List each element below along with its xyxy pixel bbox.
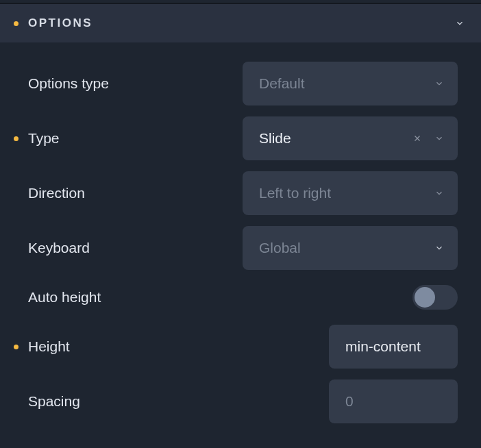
select-type[interactable]: Slide bbox=[243, 116, 458, 160]
label-keyboard: Keyboard bbox=[28, 240, 90, 256]
input-placeholder-spacing: 0 bbox=[345, 393, 354, 410]
row-keyboard: Keyboard Global bbox=[14, 221, 458, 275]
row-options-type: Options type Default bbox=[14, 56, 458, 111]
section-title: OPTIONS bbox=[28, 16, 92, 30]
select-keyboard[interactable]: Global bbox=[243, 226, 458, 270]
select-value-direction: Left to right bbox=[259, 185, 331, 201]
label-height: Height bbox=[28, 338, 70, 355]
row-auto-height: Auto height bbox=[14, 275, 458, 319]
chevron-down-icon bbox=[455, 18, 465, 28]
toggle-knob bbox=[415, 287, 435, 308]
select-value-keyboard: Global bbox=[259, 240, 301, 256]
select-options-type[interactable]: Default bbox=[243, 62, 458, 105]
chevron-down-icon bbox=[433, 77, 445, 90]
label-direction: Direction bbox=[28, 185, 85, 201]
modified-dot-icon bbox=[14, 136, 18, 141]
chevron-down-icon bbox=[433, 132, 445, 145]
modified-dot-icon bbox=[14, 21, 18, 26]
label-type: Type bbox=[28, 130, 60, 147]
chevron-down-icon bbox=[433, 242, 445, 254]
row-height: Height min-content bbox=[14, 319, 458, 374]
options-section-body: Options type Default Type bbox=[0, 42, 481, 443]
row-type: Type Slide bbox=[14, 111, 458, 166]
row-spacing: Spacing 0 bbox=[14, 374, 458, 429]
toggle-auto-height[interactable] bbox=[412, 285, 458, 310]
chevron-down-icon bbox=[433, 187, 445, 199]
select-value-type: Slide bbox=[259, 130, 291, 147]
input-height[interactable]: min-content bbox=[329, 325, 458, 369]
input-value-height: min-content bbox=[345, 338, 421, 355]
label-options-type: Options type bbox=[28, 75, 109, 92]
select-direction[interactable]: Left to right bbox=[243, 171, 458, 215]
select-value-options-type: Default bbox=[259, 75, 305, 92]
close-icon[interactable] bbox=[411, 132, 423, 145]
input-spacing[interactable]: 0 bbox=[329, 379, 458, 423]
label-auto-height: Auto height bbox=[28, 289, 101, 306]
options-section-header[interactable]: OPTIONS bbox=[0, 3, 481, 42]
row-direction: Direction Left to right bbox=[14, 166, 458, 221]
label-spacing: Spacing bbox=[28, 393, 80, 410]
modified-dot-icon bbox=[14, 345, 18, 349]
